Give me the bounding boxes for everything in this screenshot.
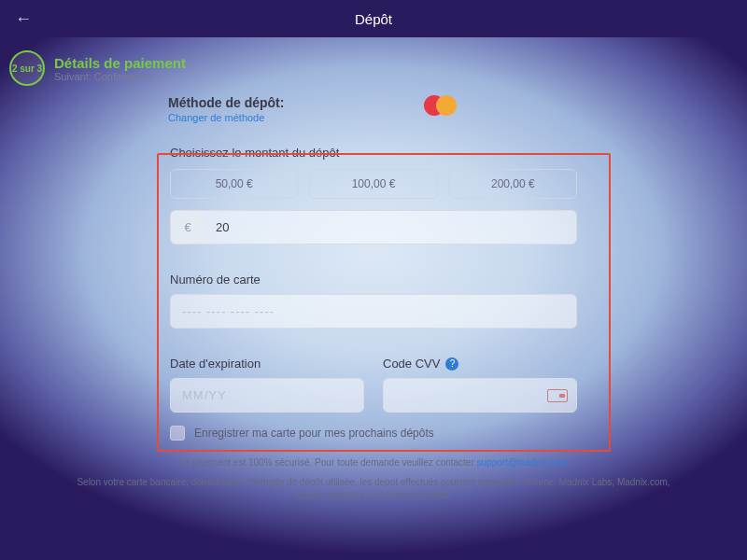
- page-title: Dépôt: [355, 11, 392, 27]
- amount-option-100[interactable]: 100,00 €: [309, 169, 437, 199]
- step-subtitle: Suivant: Confirmation: [54, 71, 186, 82]
- mastercard-icon: [424, 95, 457, 116]
- cvv-label: Code CVV: [383, 357, 440, 371]
- change-method-link[interactable]: Changer de méthode: [168, 112, 284, 123]
- card-number-label: Numéro de carte: [170, 273, 577, 287]
- deposit-method-label: Méthode de dépôt:: [168, 95, 284, 110]
- footer: Le paiement est 100% sécurisé. Pour tout…: [0, 455, 747, 503]
- card-back-icon: [547, 389, 568, 402]
- amount-input[interactable]: [204, 211, 576, 244]
- amount-option-50[interactable]: 50,00 €: [170, 169, 298, 199]
- disclaimer-text: Selon votre carte bancaire, domiciliatio…: [75, 475, 672, 503]
- deposit-method-row: Méthode de dépôt: Changer de méthode: [0, 90, 747, 131]
- secure-text: Le paiement est 100% sécurisé. Pour tout…: [179, 457, 477, 468]
- save-card-checkbox[interactable]: [170, 426, 185, 441]
- help-icon[interactable]: ?: [445, 357, 458, 371]
- amount-option-200[interactable]: 200,00 €: [449, 169, 577, 199]
- card-number-input[interactable]: [170, 294, 577, 329]
- topbar: ← Dépôt: [0, 0, 747, 37]
- expiry-input[interactable]: [170, 378, 364, 413]
- expiry-label: Date d'expiration: [170, 357, 364, 371]
- support-email-link[interactable]: support@madnix.com: [477, 457, 568, 468]
- amount-section-title: Choisissez le montant du dépôt: [170, 146, 577, 160]
- save-card-label: Enregistrer ma carte pour mes prochains …: [194, 427, 434, 440]
- back-arrow-icon[interactable]: ←: [15, 9, 32, 29]
- step-indicator: 2 sur 3 Détails de paiement Suivant: Con…: [0, 37, 747, 90]
- step-badge: 2 sur 3: [9, 50, 45, 86]
- step-title: Détails de paiement: [54, 55, 186, 71]
- deposit-form: Choisissez le montant du dépôt 50,00 € 1…: [170, 131, 577, 413]
- currency-symbol: €: [171, 211, 204, 244]
